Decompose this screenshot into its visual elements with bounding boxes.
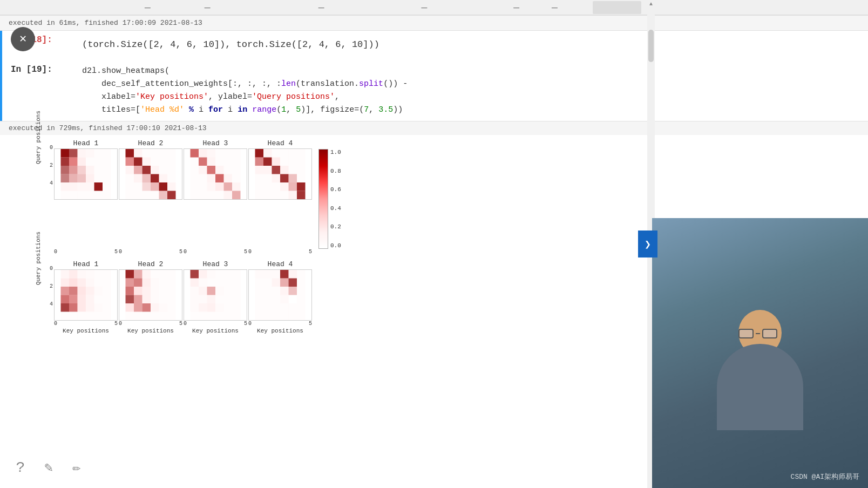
svg-rect-156 (61, 287, 70, 295)
edit-icon[interactable]: ✎ (39, 458, 58, 477)
svg-rect-157 (69, 287, 78, 295)
svg-rect-2 (78, 149, 86, 158)
svg-rect-46 (159, 158, 168, 166)
svg-rect-30 (61, 191, 70, 200)
svg-rect-66 (126, 191, 134, 200)
svg-rect-117 (280, 158, 289, 166)
svg-rect-287 (297, 312, 306, 321)
svg-rect-35 (103, 191, 111, 200)
svg-rect-269 (297, 287, 306, 295)
svg-rect-74 (207, 149, 216, 158)
svg-rect-72 (191, 149, 199, 158)
svg-rect-245 (232, 303, 241, 312)
svg-rect-265 (263, 287, 272, 295)
svg-rect-137 (297, 182, 306, 191)
svg-rect-272 (272, 295, 281, 304)
bottom-toolbar: ? ✎ ✏ (11, 458, 86, 477)
svg-rect-50 (143, 166, 151, 174)
notebook-container: ✕ — — — — — — executed in 61ms, finished… (0, 0, 868, 488)
svg-rect-251 (232, 312, 241, 321)
svg-rect-53 (167, 166, 176, 174)
chart-head2-row1: Head 2 (119, 139, 182, 200)
svg-rect-115 (263, 158, 272, 166)
svg-rect-62 (143, 182, 151, 191)
svg-rect-172 (94, 303, 103, 312)
close-button[interactable]: ✕ (11, 27, 35, 51)
svg-rect-43 (134, 158, 143, 166)
svg-rect-223 (199, 279, 207, 287)
svg-rect-209 (167, 303, 176, 312)
nav-next-button[interactable]: ❯ (638, 231, 657, 257)
svg-rect-227 (232, 279, 241, 287)
svg-rect-13 (69, 166, 78, 174)
yticks-row1: 0 2 4 (44, 139, 54, 191)
y-label-row1: Query positions (32, 139, 44, 146)
svg-rect-147 (86, 270, 94, 279)
svg-rect-160 (94, 287, 103, 295)
svg-rect-169 (69, 303, 78, 312)
svg-rect-278 (272, 303, 281, 312)
svg-rect-130 (289, 174, 297, 183)
svg-rect-82 (224, 158, 233, 166)
scrollbar-thumb[interactable] (648, 30, 654, 62)
pencil-icon[interactable]: ✏ (67, 458, 86, 477)
svg-rect-201 (151, 295, 159, 304)
output-cell-18: Out[18]: (torch.Size([2, 4, 6, 10]), tor… (0, 31, 868, 58)
svg-rect-237 (215, 295, 224, 304)
svg-rect-188 (143, 279, 151, 287)
svg-rect-248 (207, 312, 216, 321)
svg-rect-87 (215, 166, 224, 174)
svg-rect-259 (263, 279, 272, 287)
svg-rect-162 (61, 295, 70, 304)
svg-rect-119 (297, 158, 306, 166)
svg-rect-94 (224, 174, 233, 183)
svg-rect-155 (103, 279, 111, 287)
svg-rect-1 (69, 149, 78, 158)
svg-rect-234 (191, 295, 199, 304)
svg-rect-239 (232, 295, 241, 304)
svg-rect-61 (134, 182, 143, 191)
svg-rect-174 (61, 312, 70, 321)
svg-rect-163 (69, 295, 78, 304)
svg-rect-42 (126, 158, 134, 166)
svg-rect-65 (167, 182, 176, 191)
svg-rect-207 (151, 303, 159, 312)
svg-rect-221 (232, 270, 241, 279)
svg-rect-36 (126, 149, 134, 158)
svg-rect-285 (280, 312, 289, 321)
scroll-up-arrow[interactable]: ▲ (648, 0, 654, 8)
chart-row-1: Query positions 0 2 4 Head 1 (32, 139, 341, 249)
svg-rect-3 (86, 149, 94, 158)
svg-rect-244 (224, 303, 233, 312)
svg-rect-255 (280, 270, 289, 279)
svg-rect-96 (191, 182, 199, 191)
svg-rect-51 (151, 166, 159, 174)
top-scrollbar[interactable]: — — — — — — (0, 0, 868, 15)
heatmap-svg-r2h2 (119, 269, 182, 321)
svg-rect-70 (159, 191, 168, 200)
svg-rect-29 (103, 182, 111, 191)
svg-rect-15 (86, 166, 94, 174)
svg-rect-21 (86, 174, 94, 183)
svg-rect-67 (134, 191, 143, 200)
svg-rect-266 (272, 287, 281, 295)
svg-rect-81 (215, 158, 224, 166)
svg-rect-45 (151, 158, 159, 166)
svg-rect-282 (255, 312, 264, 321)
x-container-r2h2: 05 Key positions (119, 321, 182, 334)
svg-rect-133 (263, 182, 272, 191)
exec-time-18: executed in 61ms, finished 17:00:09 2021… (0, 15, 868, 31)
svg-rect-150 (61, 279, 70, 287)
question-icon[interactable]: ? (11, 458, 30, 477)
svg-rect-247 (199, 312, 207, 321)
svg-rect-165 (86, 295, 94, 304)
chart-head3-row1: Head 3 (184, 139, 247, 200)
svg-rect-192 (126, 287, 134, 295)
svg-rect-164 (78, 295, 86, 304)
svg-rect-153 (86, 279, 94, 287)
svg-rect-281 (297, 303, 306, 312)
svg-rect-54 (126, 174, 134, 183)
svg-rect-124 (289, 166, 297, 174)
svg-rect-55 (134, 174, 143, 183)
svg-rect-47 (167, 158, 176, 166)
